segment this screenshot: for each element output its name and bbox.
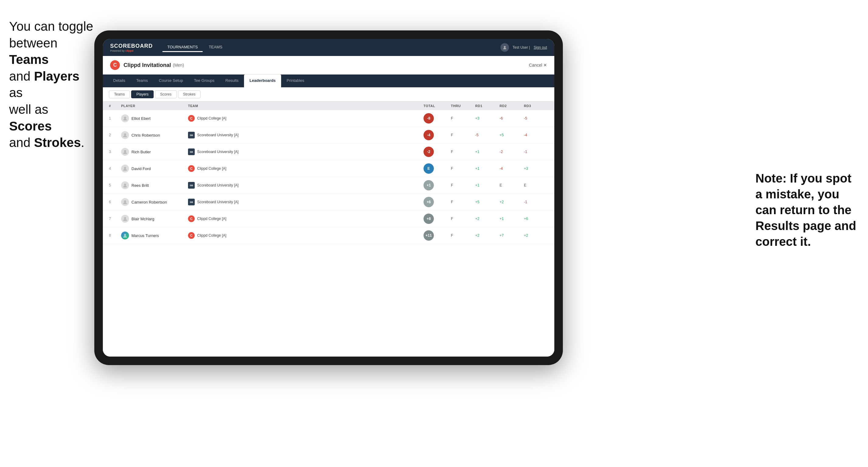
toggle-scores-button[interactable]: Scores	[155, 90, 177, 98]
player-cell: David Ford	[121, 164, 188, 173]
team-cell: C Clippd College [A]	[188, 115, 424, 122]
team-logo: SB	[188, 199, 195, 205]
svg-point-8	[124, 217, 126, 219]
rd3-cell: -1	[524, 150, 548, 154]
score-badge: +6	[424, 197, 434, 207]
tournament-gender: (Men)	[173, 63, 184, 67]
rd1-cell: +1	[475, 166, 500, 171]
tab-results[interactable]: Results	[220, 74, 244, 87]
rd2-cell: +1	[500, 217, 524, 221]
tab-teams[interactable]: Teams	[131, 74, 153, 87]
score-badge: +1	[424, 180, 434, 190]
thru-cell: F	[451, 150, 475, 154]
rd3-cell: +2	[524, 234, 548, 238]
thru-cell: F	[451, 200, 475, 204]
team-name: Scoreboard University [A]	[197, 200, 239, 204]
rd3-cell: +3	[524, 166, 548, 171]
rd2-cell: -4	[500, 166, 524, 171]
svg-point-9	[124, 234, 126, 236]
rd1-cell: +2	[475, 234, 500, 238]
row-num: 6	[109, 200, 121, 204]
tab-details[interactable]: Details	[108, 74, 131, 87]
team-cell: C Clippd College [A]	[188, 165, 424, 172]
table-row: 8 Marcus Turners C Clippd College [A] +1…	[103, 227, 554, 244]
nav-links: TOURNAMENTS TEAMS	[162, 43, 227, 52]
table-row: 1 Elliot Ebert C Clippd College [A] -8 F…	[103, 110, 554, 127]
rd1-cell: +1	[475, 183, 500, 187]
thru-cell: F	[451, 166, 475, 171]
player-cell: Rich Butler	[121, 148, 188, 156]
col-team: TEAM	[188, 104, 424, 108]
user-avatar	[500, 43, 509, 52]
toggle-players-button[interactable]: Players	[131, 90, 154, 98]
tab-course-setup[interactable]: Course Setup	[153, 74, 189, 87]
table-row: 3 Rich Butler SB Scoreboard University […	[103, 144, 554, 160]
nav-signout[interactable]: Sign out	[534, 45, 547, 50]
team-cell: C Clippd College [A]	[188, 232, 424, 239]
team-cell: SB Scoreboard University [A]	[188, 182, 424, 189]
thru-cell: F	[451, 116, 475, 121]
toggle-strokes-button[interactable]: Strokes	[178, 90, 201, 98]
player-name: Rich Butler	[131, 150, 151, 154]
player-cell: Marcus Turners	[121, 231, 188, 240]
avatar	[121, 198, 129, 206]
team-name: Clippd College [A]	[197, 166, 226, 171]
thru-cell: F	[451, 183, 475, 187]
score-badge: -4	[424, 130, 434, 140]
rd1-cell: +1	[475, 150, 500, 154]
row-num: 1	[109, 116, 121, 121]
col-num: #	[109, 104, 121, 108]
tab-leaderboards[interactable]: Leaderboards	[244, 74, 281, 87]
nav-link-tournaments[interactable]: TOURNAMENTS	[162, 43, 203, 52]
rd3-cell: -1	[524, 200, 548, 204]
rd2-cell: -2	[500, 150, 524, 154]
row-num: 2	[109, 133, 121, 137]
tab-tee-groups[interactable]: Tee Groups	[189, 74, 220, 87]
team-name: Clippd College [A]	[197, 116, 226, 121]
rd1-cell: +2	[475, 217, 500, 221]
svg-point-5	[124, 167, 126, 169]
svg-point-6	[124, 184, 126, 186]
table-row: 7 Blair McHarg C Clippd College [A] +8 F…	[103, 211, 554, 227]
thru-cell: F	[451, 133, 475, 137]
player-cell: Blair McHarg	[121, 215, 188, 223]
nav-user-text: Test User |	[513, 45, 530, 50]
score-badge: -2	[424, 147, 434, 157]
table-row: 4 David Ford C Clippd College [A] E F +1…	[103, 160, 554, 177]
row-num: 5	[109, 183, 121, 187]
row-num: 8	[109, 234, 121, 238]
avatar	[121, 115, 129, 122]
right-annotation: Note: If you spot a mistake, you can ret…	[755, 170, 859, 249]
col-rd2: RD2	[500, 104, 524, 108]
avatar	[121, 215, 129, 223]
rd2-cell: -6	[500, 116, 524, 121]
score-badge: E	[424, 163, 434, 174]
rd1-cell: +5	[475, 200, 500, 204]
logo-sub: Powered by clippd	[110, 49, 153, 52]
team-logo: C	[188, 232, 195, 239]
player-cell: Elliot Ebert	[121, 115, 188, 122]
team-logo: SB	[188, 182, 195, 189]
row-num: 4	[109, 166, 121, 171]
avatar	[121, 148, 129, 156]
thru-cell: F	[451, 217, 475, 221]
team-name: Scoreboard University [A]	[197, 183, 239, 187]
toggle-teams-button[interactable]: Teams	[109, 90, 130, 98]
col-total: TOTAL	[424, 104, 451, 108]
score-badge: +8	[424, 214, 434, 224]
avatar	[121, 181, 129, 189]
table-row: 5 Rees Britt SB Scoreboard University [A…	[103, 177, 554, 194]
table-row: 6 Cameron Robertson SB Scoreboard Univer…	[103, 194, 554, 211]
svg-point-7	[124, 200, 126, 203]
rd2-cell: +7	[500, 234, 524, 238]
nav-link-teams[interactable]: TEAMS	[204, 43, 227, 52]
scoreboard-logo: SCOREBOARD Powered by clippd	[110, 43, 153, 52]
tournament-header: C Clippd Invitational (Men) Cancel ✕	[103, 56, 554, 74]
team-logo: C	[188, 165, 195, 172]
cancel-button[interactable]: Cancel ✕	[529, 63, 547, 67]
top-nav: SCOREBOARD Powered by clippd TOURNAMENTS…	[103, 39, 554, 56]
team-cell: SB Scoreboard University [A]	[188, 199, 424, 205]
leaderboard-table: # PLAYER TEAM TOTAL THRU RD1 RD2 RD3 1 E…	[103, 102, 554, 356]
tablet-frame: SCOREBOARD Powered by clippd TOURNAMENTS…	[94, 30, 563, 365]
tab-printables[interactable]: Printables	[281, 74, 310, 87]
